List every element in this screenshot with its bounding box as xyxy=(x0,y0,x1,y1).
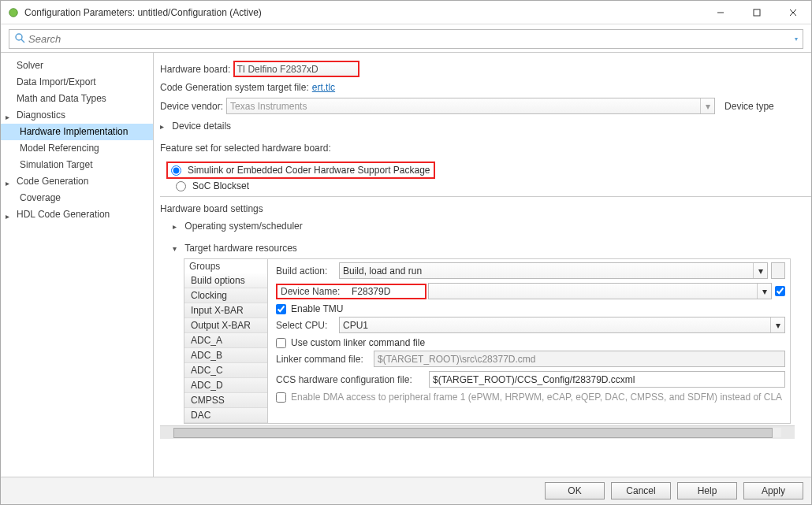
use-custom-linker-checkbox[interactable] xyxy=(276,338,286,348)
device-name-value: F28379D xyxy=(350,286,422,297)
device-vendor-dropdown[interactable]: Texas Instruments ▾ xyxy=(226,98,715,114)
device-vendor-label: Device vendor: xyxy=(160,101,223,112)
ccs-config-label: CCS hardware configuration file: xyxy=(276,374,426,385)
horizontal-scrollbar[interactable] xyxy=(160,425,795,439)
search-box[interactable]: ▾ xyxy=(9,29,803,49)
sidebar-item-data-import-export[interactable]: Data Import/Export xyxy=(1,74,153,91)
groups-body: Build action: Build, load and run ▾ Devi… xyxy=(268,259,790,423)
svg-line-6 xyxy=(21,39,24,43)
group-adc-d[interactable]: ADC_D xyxy=(184,378,267,393)
chevron-down-icon: ▾ xyxy=(757,284,771,299)
device-name-label: Device Name: xyxy=(281,286,347,297)
sidebar-item-solver[interactable]: Solver xyxy=(1,58,153,74)
sidebar-item-simulation-target[interactable]: Simulation Target xyxy=(1,157,153,173)
titlebar: Configuration Parameters: untitled/Confi… xyxy=(1,1,811,24)
window-title: Configuration Parameters: untitled/Confi… xyxy=(24,7,262,18)
groups-header: Groups xyxy=(184,259,267,273)
sidebar-item-math-data-types[interactable]: Math and Data Types xyxy=(1,91,153,107)
sidebar-item-hardware-implementation[interactable]: Hardware Implementation xyxy=(1,124,153,140)
search-icon xyxy=(14,32,25,46)
group-dac[interactable]: DAC xyxy=(184,408,267,423)
group-build-options[interactable]: Build options xyxy=(184,273,267,288)
search-row: ▾ xyxy=(1,24,811,53)
enable-dma-checkbox[interactable] xyxy=(276,392,286,403)
enable-dma-label: Enable DMA access to peripheral frame 1 … xyxy=(291,392,782,403)
close-button[interactable] xyxy=(775,1,811,24)
expand-icon[interactable]: ▸ xyxy=(6,210,9,223)
build-action-label: Build action: xyxy=(276,265,336,277)
hw-board-settings-label: Hardware board settings xyxy=(160,203,811,214)
enable-tmu-label: Enable TMU xyxy=(291,303,343,314)
linker-cmd-field: $(TARGET_ROOT)\src\c28377D.cmd xyxy=(374,351,785,367)
apply-button[interactable]: Apply xyxy=(743,482,803,499)
chevron-down-icon: ▾ xyxy=(770,317,784,332)
group-cmpss[interactable]: CMPSS xyxy=(184,393,267,408)
feature-set-label: Feature set for selected hardware board: xyxy=(160,143,811,154)
svg-point-0 xyxy=(9,8,18,17)
expand-icon[interactable]: ▸ xyxy=(6,176,9,190)
expand-icon[interactable]: ▸ xyxy=(6,110,9,124)
footer: OK Cancel Help Apply xyxy=(1,477,811,504)
build-action-extra-button[interactable] xyxy=(771,262,785,279)
linker-cmd-label: Linker command file: xyxy=(276,354,371,365)
svg-rect-2 xyxy=(754,9,760,16)
os-scheduler-toggle[interactable]: ▸ Operating system/scheduler xyxy=(173,221,811,232)
ok-button[interactable]: OK xyxy=(545,482,605,499)
hardware-board-dropdown[interactable]: TI Delfino F2837xD xyxy=(233,61,359,77)
search-menu-icon[interactable]: ▾ xyxy=(795,35,798,43)
minimize-button[interactable] xyxy=(702,1,739,24)
expand-icon: ▸ xyxy=(173,222,182,231)
ccs-config-field[interactable]: $(TARGET_ROOT)/CCS_Config/f28379D.ccxml xyxy=(429,371,785,388)
use-custom-linker-label: Use custom linker command file xyxy=(291,337,425,348)
feature-radio-soc[interactable] xyxy=(176,181,186,191)
chevron-down-icon: ▾ xyxy=(700,98,714,113)
search-input[interactable] xyxy=(28,33,795,45)
help-button[interactable]: Help xyxy=(677,482,737,499)
build-action-dropdown[interactable]: Build, load and run ▾ xyxy=(339,262,768,279)
collapse-icon: ▾ xyxy=(173,244,182,253)
group-adc-c[interactable]: ADC_C xyxy=(184,363,267,378)
select-cpu-label: Select CPU: xyxy=(276,320,336,331)
expand-icon: ▸ xyxy=(160,122,169,131)
content-panel: Hardware board: TI Delfino F2837xD Code … xyxy=(154,53,811,477)
app-icon xyxy=(7,6,20,19)
device-details-toggle[interactable]: ▸ Device details xyxy=(160,121,811,132)
feature-radio-hsp[interactable] xyxy=(171,165,181,176)
group-adc-b[interactable]: ADC_B xyxy=(184,348,267,363)
group-adc-a[interactable]: ADC_A xyxy=(184,333,267,348)
group-clocking[interactable]: Clocking xyxy=(184,288,267,303)
chevron-down-icon: ▾ xyxy=(753,263,767,278)
group-output-xbar[interactable]: Output X-BAR xyxy=(184,318,267,333)
groups-list: Groups Build options Clocking Input X-BA… xyxy=(184,259,268,423)
maximize-button[interactable] xyxy=(739,1,775,24)
feature-radio-soc-label: SoC Blockset xyxy=(192,180,249,191)
cancel-button[interactable]: Cancel xyxy=(611,482,671,499)
hardware-board-label: Hardware board: xyxy=(160,64,230,75)
sidebar: Solver Data Import/Export Math and Data … xyxy=(1,53,154,477)
sidebar-item-model-referencing[interactable]: Model Referencing xyxy=(1,140,153,157)
sidebar-item-hdl-code-generation[interactable]: ▸HDL Code Generation xyxy=(1,206,153,223)
device-name-checkbox[interactable] xyxy=(775,286,785,296)
svg-point-5 xyxy=(16,34,22,40)
group-input-xbar[interactable]: Input X-BAR xyxy=(184,303,267,318)
device-type-label: Device type xyxy=(724,101,774,112)
target-hw-resources-toggle[interactable]: ▾ Target hardware resources xyxy=(173,243,811,254)
sidebar-item-diagnostics[interactable]: ▸Diagnostics xyxy=(1,107,153,124)
sidebar-item-coverage[interactable]: Coverage xyxy=(1,190,153,206)
codegen-target-link[interactable]: ert.tlc xyxy=(312,82,335,93)
codegen-target-label: Code Generation system target file: xyxy=(160,82,309,93)
groups-panel: Groups Build options Clocking Input X-BA… xyxy=(184,258,791,424)
feature-radio-hsp-label: Simulink or Embedded Coder Hardware Supp… xyxy=(188,165,430,176)
select-cpu-dropdown[interactable]: CPU1 ▾ xyxy=(339,317,785,333)
device-name-dropdown[interactable]: ▾ xyxy=(428,283,772,299)
sidebar-item-code-generation[interactable]: ▸Code Generation xyxy=(1,173,153,190)
enable-tmu-checkbox[interactable] xyxy=(276,304,286,314)
